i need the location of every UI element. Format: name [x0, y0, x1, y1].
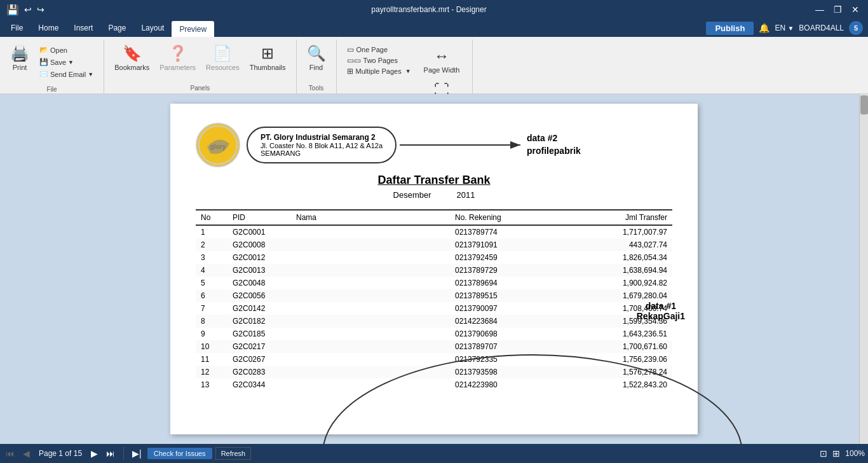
cell-transfer: 1,576,278.24 [569, 366, 673, 378]
cell-no: 3 [196, 251, 227, 264]
open-icon: 📂 [39, 46, 48, 54]
cell-no: 5 [196, 277, 227, 289]
cell-pid: G2C0283 [227, 366, 291, 378]
two-pages-btn[interactable]: ▭▭ Two Pages [344, 55, 414, 66]
close-btn[interactable]: ✕ [849, 4, 862, 15]
report-subtitle: Desember 2011 [196, 190, 672, 200]
one-page-icon: ▭ [347, 45, 354, 54]
table-row: 8 G2C0182 0214223684 1,599,354.36 [196, 315, 672, 328]
prev-page-btn[interactable]: ◀ [20, 447, 32, 460]
print-button[interactable]: 🖨️ Print [6, 42, 33, 74]
company-address: Jl. Coaster No. 8 Blok A11, A12 & A12a [261, 142, 383, 149]
main-content: glory PT. Glory Industrial Semarang 2 Jl… [0, 94, 868, 444]
window-title: payrolltransferbank.mrt - Designer [44, 5, 813, 14]
arrow-annotation [400, 135, 527, 155]
open-button[interactable]: 📂 Open [37, 45, 96, 55]
menu-home[interactable]: Home [31, 19, 66, 37]
restore-btn[interactable]: ❐ [831, 4, 844, 15]
col-nama: Nama [291, 210, 450, 225]
cell-nama [291, 378, 450, 391]
cell-rekening: 0214223684 [450, 315, 569, 328]
multiple-pages-btn[interactable]: ⊞ Multiple Pages ▼ [344, 66, 414, 76]
email-icon: ✉️ [39, 70, 48, 78]
two-pages-icon: ▭▭ [347, 56, 361, 65]
cell-nama [291, 302, 450, 315]
company-city: SEMARANG [261, 149, 383, 157]
cell-no: 1 [196, 225, 227, 238]
cell-transfer: 1,643,236.51 [569, 328, 673, 340]
user-avatar[interactable]: 5 [849, 21, 863, 35]
cell-pid: G2C0344 [227, 378, 291, 391]
bookmarks-icon: 🔖 [123, 45, 142, 62]
cell-rekening: 0213789694 [450, 277, 569, 289]
scrollbar-thumb[interactable] [860, 95, 868, 114]
grid-view-icon[interactable]: ⊞ [832, 448, 840, 459]
title-bar: 💾 ↩ ↪ payrolltransferbank.mrt - Designer… [0, 0, 868, 19]
cell-pid: G2C0013 [227, 264, 291, 277]
publish-button[interactable]: Publish [706, 22, 754, 35]
cell-no: 6 [196, 289, 227, 302]
undo-btn[interactable]: ↩ [24, 4, 32, 15]
cell-pid: G2C0217 [227, 340, 291, 353]
cell-nama [291, 340, 450, 353]
cell-pid: G2C0142 [227, 302, 291, 315]
report-month: Desember [393, 190, 431, 200]
redo-btn[interactable]: ↪ [37, 4, 44, 15]
page-width-button[interactable]: ↔ Page Width [420, 45, 464, 76]
first-page-btn[interactable]: ⏮ [3, 447, 17, 460]
cell-no: 10 [196, 340, 227, 353]
cell-pid: G2C0008 [227, 238, 291, 251]
data-annotation-1: data #1 RekapGaji1 [637, 301, 685, 321]
cell-rekening: 0213791091 [450, 238, 569, 251]
menu-insert[interactable]: Insert [66, 19, 100, 37]
menu-page[interactable]: Page [100, 19, 133, 37]
cell-nama [291, 264, 450, 277]
next-page-btn[interactable]: ▶ [88, 447, 100, 460]
lang-chevron: ▼ [787, 25, 794, 32]
col-pid: PID [227, 210, 291, 225]
find-icon: 🔍 [307, 45, 326, 62]
parameters-button[interactable]: ❓ Parameters [156, 42, 200, 74]
save-button[interactable]: 💾 Save ▼ [37, 57, 96, 67]
company-logo: glory [196, 123, 240, 167]
menu-layout[interactable]: Layout [133, 19, 172, 37]
send-email-button[interactable]: ✉️ Send Email ▼ [37, 69, 96, 79]
resources-button[interactable]: 📄 Resources [202, 42, 243, 74]
cell-rekening: 0213789729 [450, 264, 569, 277]
multiple-chevron: ▼ [405, 68, 411, 74]
language-selector[interactable]: EN ▼ [775, 24, 794, 32]
cell-rekening: 0213789515 [450, 289, 569, 302]
cell-rekening: 0213790097 [450, 302, 569, 315]
fit-page-icon[interactable]: ⊡ [820, 448, 827, 459]
report-title: Daftar Transfer Bank [196, 174, 672, 187]
cell-rekening: 0213789707 [450, 340, 569, 353]
last-page-btn[interactable]: ⏭ [104, 447, 118, 460]
vertical-scrollbar[interactable] [859, 94, 868, 444]
username-label: BOARD4ALL [799, 24, 844, 32]
print-icon: 🖨️ [10, 45, 29, 62]
menu-preview[interactable]: Preview [172, 21, 214, 37]
cell-no: 8 [196, 315, 227, 328]
bookmarks-button[interactable]: 🔖 Bookmarks [111, 42, 153, 74]
refresh-button[interactable]: Refresh [215, 447, 252, 460]
cell-nama [291, 315, 450, 328]
find-button[interactable]: 🔍 Find [303, 42, 330, 74]
table-row: 6 G2C0056 0213789515 1,679,280.04 [196, 289, 672, 302]
start-btn[interactable]: ▶| [130, 447, 144, 460]
one-page-btn[interactable]: ▭ One Page [344, 45, 414, 55]
menu-file[interactable]: File [3, 19, 31, 37]
thumbnails-button[interactable]: ⊞ Thumbnails [246, 42, 290, 74]
check-issues-button[interactable]: Check for Issues [147, 448, 212, 459]
table-row: 7 G2C0142 0213790097 1,708,400.74 [196, 302, 672, 315]
cell-transfer: 1,717,007.97 [569, 225, 673, 238]
bell-icon[interactable]: 🔔 [759, 23, 770, 33]
minimize-btn[interactable]: — [813, 4, 826, 15]
report-year: 2011 [457, 190, 475, 200]
cell-nama [291, 366, 450, 378]
cell-rekening: 0213790698 [450, 328, 569, 340]
ribbon-group-file: 🖨️ Print 📂 Open 💾 Save ▼ ✉️ Send Email ▼ [0, 39, 104, 93]
table-row: 9 G2C0185 0213790698 1,643,236.51 [196, 328, 672, 340]
cell-no: 7 [196, 302, 227, 315]
cell-nama [291, 225, 450, 238]
data-annotation-2: data #2 profilepabrik [527, 132, 581, 157]
